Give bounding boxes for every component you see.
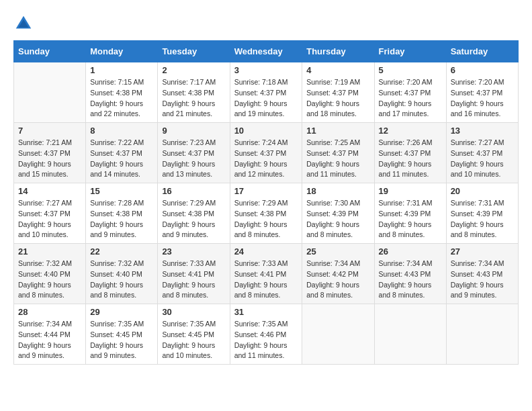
day-info: Sunrise: 7:19 AMSunset: 4:37 PMDaylight:… <box>306 77 369 120</box>
day-number: 2 <box>162 65 225 75</box>
calendar-cell: 14Sunrise: 7:27 AMSunset: 4:37 PMDayligh… <box>14 183 86 244</box>
day-info: Sunrise: 7:25 AMSunset: 4:37 PMDaylight:… <box>306 138 369 180</box>
calendar-table: SundayMondayTuesdayWednesdayThursdayFrid… <box>13 40 519 365</box>
day-info: Sunrise: 7:20 AMSunset: 4:37 PMDaylight:… <box>379 77 442 120</box>
day-info: Sunrise: 7:32 AMSunset: 4:40 PMDaylight:… <box>18 259 81 301</box>
calendar-cell: 31Sunrise: 7:35 AMSunset: 4:46 PMDayligh… <box>230 304 302 365</box>
day-info: Sunrise: 7:22 AMSunset: 4:37 PMDaylight:… <box>90 138 153 180</box>
calendar-cell: 27Sunrise: 7:34 AMSunset: 4:43 PMDayligh… <box>446 244 518 304</box>
day-number: 11 <box>306 126 369 136</box>
header-thursday: Thursday <box>302 41 374 62</box>
calendar-cell: 8Sunrise: 7:22 AMSunset: 4:37 PMDaylight… <box>86 123 158 183</box>
calendar-cell: 30Sunrise: 7:35 AMSunset: 4:45 PMDayligh… <box>158 304 230 365</box>
day-info: Sunrise: 7:24 AMSunset: 4:37 PMDaylight:… <box>234 138 298 180</box>
day-number: 16 <box>162 186 225 196</box>
day-info: Sunrise: 7:27 AMSunset: 4:37 PMDaylight:… <box>451 138 514 180</box>
header-friday: Friday <box>374 41 446 62</box>
day-number: 26 <box>379 246 442 257</box>
header-sunday: Sunday <box>14 41 86 62</box>
day-number: 10 <box>234 126 298 136</box>
day-info: Sunrise: 7:20 AMSunset: 4:37 PMDaylight:… <box>451 77 514 120</box>
calendar-cell: 9Sunrise: 7:23 AMSunset: 4:37 PMDaylight… <box>158 123 230 183</box>
calendar-cell: 3Sunrise: 7:18 AMSunset: 4:37 PMDaylight… <box>230 62 302 123</box>
day-number: 5 <box>379 65 442 75</box>
calendar-cell: 11Sunrise: 7:25 AMSunset: 4:37 PMDayligh… <box>302 123 374 183</box>
day-info: Sunrise: 7:18 AMSunset: 4:37 PMDaylight:… <box>234 77 298 120</box>
calendar-cell: 6Sunrise: 7:20 AMSunset: 4:37 PMDaylight… <box>446 62 518 123</box>
calendar-week-row: 14Sunrise: 7:27 AMSunset: 4:37 PMDayligh… <box>14 183 519 244</box>
day-info: Sunrise: 7:29 AMSunset: 4:38 PMDaylight:… <box>234 198 298 240</box>
calendar-cell: 16Sunrise: 7:29 AMSunset: 4:38 PMDayligh… <box>158 183 230 244</box>
calendar-cell: 12Sunrise: 7:26 AMSunset: 4:37 PMDayligh… <box>374 123 446 183</box>
calendar-cell: 21Sunrise: 7:32 AMSunset: 4:40 PMDayligh… <box>14 244 86 304</box>
calendar-cell: 15Sunrise: 7:28 AMSunset: 4:38 PMDayligh… <box>86 183 158 244</box>
calendar-cell: 22Sunrise: 7:32 AMSunset: 4:40 PMDayligh… <box>86 244 158 304</box>
day-number: 23 <box>162 246 225 257</box>
calendar-cell: 19Sunrise: 7:31 AMSunset: 4:39 PMDayligh… <box>374 183 446 244</box>
day-number: 19 <box>379 186 442 196</box>
calendar-cell: 1Sunrise: 7:15 AMSunset: 4:38 PMDaylight… <box>86 62 158 123</box>
day-info: Sunrise: 7:33 AMSunset: 4:41 PMDaylight:… <box>234 259 298 301</box>
day-info: Sunrise: 7:35 AMSunset: 4:45 PMDaylight:… <box>162 319 225 361</box>
calendar-cell <box>302 304 374 365</box>
day-info: Sunrise: 7:34 AMSunset: 4:42 PMDaylight:… <box>306 259 369 301</box>
logo-icon <box>13 13 34 34</box>
calendar-week-row: 21Sunrise: 7:32 AMSunset: 4:40 PMDayligh… <box>14 244 519 304</box>
calendar-cell: 26Sunrise: 7:34 AMSunset: 4:43 PMDayligh… <box>374 244 446 304</box>
day-number: 4 <box>306 65 369 75</box>
day-info: Sunrise: 7:28 AMSunset: 4:38 PMDaylight:… <box>90 198 153 240</box>
day-info: Sunrise: 7:21 AMSunset: 4:37 PMDaylight:… <box>18 138 81 180</box>
day-number: 3 <box>234 65 298 75</box>
calendar-cell: 23Sunrise: 7:33 AMSunset: 4:41 PMDayligh… <box>158 244 230 304</box>
calendar-cell: 13Sunrise: 7:27 AMSunset: 4:37 PMDayligh… <box>446 123 518 183</box>
day-info: Sunrise: 7:29 AMSunset: 4:38 PMDaylight:… <box>162 198 225 240</box>
day-number: 13 <box>451 126 514 136</box>
day-info: Sunrise: 7:15 AMSunset: 4:38 PMDaylight:… <box>90 77 153 120</box>
day-number: 29 <box>90 307 153 317</box>
calendar-cell: 5Sunrise: 7:20 AMSunset: 4:37 PMDaylight… <box>374 62 446 123</box>
calendar-cell: 17Sunrise: 7:29 AMSunset: 4:38 PMDayligh… <box>230 183 302 244</box>
day-number: 22 <box>90 246 153 257</box>
calendar-cell <box>374 304 446 365</box>
day-number: 18 <box>306 186 369 196</box>
calendar-cell: 29Sunrise: 7:35 AMSunset: 4:45 PMDayligh… <box>86 304 158 365</box>
calendar-cell: 7Sunrise: 7:21 AMSunset: 4:37 PMDaylight… <box>14 123 86 183</box>
day-info: Sunrise: 7:33 AMSunset: 4:41 PMDaylight:… <box>162 259 225 301</box>
calendar-cell: 10Sunrise: 7:24 AMSunset: 4:37 PMDayligh… <box>230 123 302 183</box>
calendar-week-row: 28Sunrise: 7:34 AMSunset: 4:44 PMDayligh… <box>14 304 519 365</box>
day-number: 15 <box>90 186 153 196</box>
header-wednesday: Wednesday <box>230 41 302 62</box>
day-number: 30 <box>162 307 225 317</box>
calendar-cell: 24Sunrise: 7:33 AMSunset: 4:41 PMDayligh… <box>230 244 302 304</box>
day-number: 25 <box>306 246 369 257</box>
calendar-week-row: 7Sunrise: 7:21 AMSunset: 4:37 PMDaylight… <box>14 123 519 183</box>
day-number: 31 <box>234 307 298 317</box>
calendar-cell: 4Sunrise: 7:19 AMSunset: 4:37 PMDaylight… <box>302 62 374 123</box>
day-info: Sunrise: 7:32 AMSunset: 4:40 PMDaylight:… <box>90 259 153 301</box>
day-info: Sunrise: 7:34 AMSunset: 4:43 PMDaylight:… <box>379 259 442 301</box>
calendar-cell: 18Sunrise: 7:30 AMSunset: 4:39 PMDayligh… <box>302 183 374 244</box>
day-info: Sunrise: 7:30 AMSunset: 4:39 PMDaylight:… <box>306 198 369 240</box>
day-number: 20 <box>451 186 514 196</box>
day-number: 21 <box>18 246 81 257</box>
calendar-week-row: 1Sunrise: 7:15 AMSunset: 4:38 PMDaylight… <box>14 62 519 123</box>
day-number: 12 <box>379 126 442 136</box>
day-number: 1 <box>90 65 153 75</box>
calendar-header-row: SundayMondayTuesdayWednesdayThursdayFrid… <box>14 41 519 62</box>
calendar-cell: 25Sunrise: 7:34 AMSunset: 4:42 PMDayligh… <box>302 244 374 304</box>
header-saturday: Saturday <box>446 41 518 62</box>
day-number: 27 <box>451 246 514 257</box>
calendar-cell: 2Sunrise: 7:17 AMSunset: 4:38 PMDaylight… <box>158 62 230 123</box>
logo <box>13 13 36 34</box>
calendar-cell: 20Sunrise: 7:31 AMSunset: 4:39 PMDayligh… <box>446 183 518 244</box>
header-tuesday: Tuesday <box>158 41 230 62</box>
day-info: Sunrise: 7:26 AMSunset: 4:37 PMDaylight:… <box>379 138 442 180</box>
day-number: 28 <box>18 307 81 317</box>
day-info: Sunrise: 7:27 AMSunset: 4:37 PMDaylight:… <box>18 198 81 240</box>
calendar-cell: 28Sunrise: 7:34 AMSunset: 4:44 PMDayligh… <box>14 304 86 365</box>
day-info: Sunrise: 7:31 AMSunset: 4:39 PMDaylight:… <box>379 198 442 240</box>
day-number: 24 <box>234 246 298 257</box>
page-header <box>13 13 519 34</box>
day-info: Sunrise: 7:17 AMSunset: 4:38 PMDaylight:… <box>162 77 225 120</box>
day-info: Sunrise: 7:35 AMSunset: 4:46 PMDaylight:… <box>234 319 298 361</box>
